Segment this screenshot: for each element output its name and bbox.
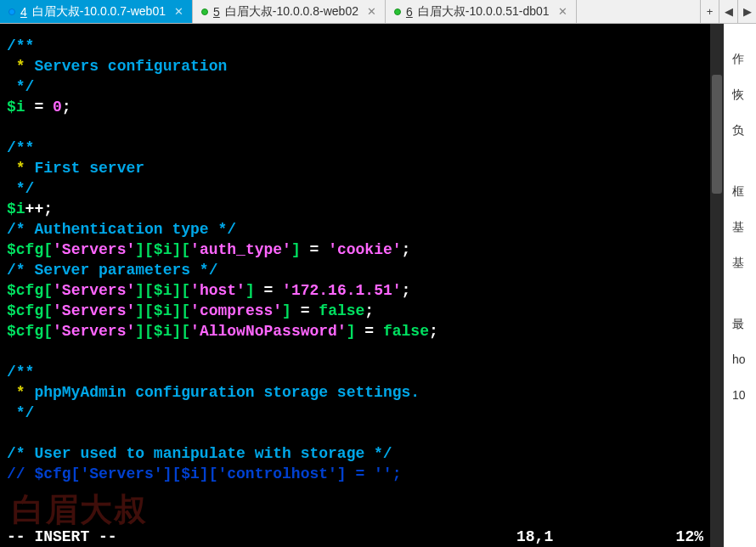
code-bracket: ][ <box>172 302 190 319</box>
code-op: ++ <box>25 200 44 217</box>
tab-num: 6 <box>406 5 413 19</box>
code-op: ; <box>402 241 411 258</box>
code-key: 'Servers' <box>53 323 135 340</box>
tab-web02[interactable]: 5 白眉大叔-10.0.0.8-web02 ✕ <box>193 0 386 23</box>
next-tab-button[interactable]: ▶ <box>737 0 756 23</box>
code-op: = <box>291 302 319 319</box>
prev-tab-button[interactable]: ◀ <box>719 0 737 23</box>
add-tab-button[interactable]: + <box>700 0 719 23</box>
side-item[interactable]: 框 <box>732 173 751 209</box>
code-key: 'host' <box>190 282 245 299</box>
code-key: 'Servers' <box>53 241 135 258</box>
code-op: ; <box>429 323 438 340</box>
main-area: /** * Servers configuration */ $i = 0; /… <box>0 24 756 547</box>
code-bool: false <box>319 302 364 319</box>
code-var: $cfg <box>7 302 43 319</box>
side-item[interactable]: 基 <box>732 245 751 280</box>
code-line: * <box>7 160 25 177</box>
code-key: 'AllowNoPassword' <box>190 323 347 340</box>
code-var: $cfg <box>7 241 43 258</box>
scroll-percent: 12% <box>652 528 703 545</box>
code-text: phpMyAdmin configuration storage setting… <box>25 384 420 401</box>
side-item[interactable]: 10 <box>732 377 751 413</box>
terminal[interactable]: /** * Servers configuration */ $i = 0; /… <box>0 24 710 547</box>
side-item[interactable]: ho <box>732 341 751 377</box>
tab-bar: 4 白眉大叔-10.0.0.7-web01 ✕ 5 白眉大叔-10.0.0.8-… <box>0 0 756 24</box>
side-item[interactable]: 恢 <box>732 76 751 112</box>
code-bracket: ][ <box>135 282 154 299</box>
close-icon[interactable]: ✕ <box>367 5 376 18</box>
side-item[interactable]: 最 <box>732 306 751 341</box>
close-icon[interactable]: ✕ <box>174 5 183 18</box>
code-var: $i <box>7 200 25 217</box>
code-line: * <box>7 384 25 401</box>
tab-db01[interactable]: 6 白眉大叔-10.0.0.51-db01 ✕ <box>386 0 577 23</box>
status-dot-icon <box>394 8 401 15</box>
cursor-position: 18,1 <box>516 528 652 545</box>
code-bracket: [ <box>43 323 53 340</box>
code-bracket: ][ <box>172 323 190 340</box>
tab-label: 白眉大叔-10.0.0.8-web02 <box>225 4 358 20</box>
code-bracket: ][ <box>135 241 154 258</box>
code-var: $cfg <box>7 323 43 340</box>
code-var: $i <box>7 99 25 116</box>
code-bracket: [ <box>43 302 53 319</box>
side-item[interactable]: 基 <box>732 209 751 245</box>
code-op: = <box>301 241 328 258</box>
code-line: /* User used to manipulate with storage … <box>7 445 392 462</box>
code-var: $cfg <box>7 282 43 299</box>
side-panel: 作 恢 负 框 基 基 最 ho 10 <box>724 24 756 547</box>
code-bracket: [ <box>43 282 53 299</box>
code-bracket: ][ <box>135 323 154 340</box>
code-val: '172.16.1.51' <box>282 282 401 299</box>
code-line: */ <box>7 180 34 197</box>
code-var: $i <box>154 282 172 299</box>
tab-label: 白眉大叔-10.0.0.7-web01 <box>32 4 166 20</box>
side-item[interactable]: 作 <box>732 41 751 76</box>
vim-mode: -- INSERT -- <box>7 528 117 545</box>
tab-web01[interactable]: 4 白眉大叔-10.0.0.7-web01 ✕ <box>0 0 193 23</box>
code-bracket: ][ <box>135 302 154 319</box>
code-bracket: [ <box>43 241 53 258</box>
code-num: 0 <box>53 99 62 116</box>
code-text: Servers configuration <box>25 58 228 75</box>
tab-label: 白眉大叔-10.0.0.51-db01 <box>418 4 550 20</box>
code-op: ; <box>43 200 53 217</box>
code-bracket: ] <box>245 282 255 299</box>
code-line: */ <box>7 78 34 95</box>
code-var: $i <box>154 302 172 319</box>
scrollbar-thumb-icon[interactable] <box>712 75 722 194</box>
code-key: 'compress' <box>190 302 282 319</box>
close-icon[interactable]: ✕ <box>558 5 567 18</box>
code-line: /* Server parameters */ <box>7 262 217 279</box>
tab-num: 4 <box>20 5 27 19</box>
code-line: /** <box>7 364 34 381</box>
code-bracket: ] <box>282 302 291 319</box>
status-dot-icon <box>201 8 208 15</box>
code-key: 'auth_type' <box>190 241 291 258</box>
side-item[interactable]: 负 <box>732 112 751 148</box>
status-dot-icon <box>8 8 15 15</box>
code-val: 'cookie' <box>328 241 401 258</box>
code-var: $i <box>154 323 172 340</box>
vim-status-bar: -- INSERT -- 18,1 12% <box>0 527 710 547</box>
code-line: // $cfg['Servers'][$i]['controlhost'] = … <box>7 465 401 482</box>
code-bool: false <box>383 323 429 340</box>
code-op: ; <box>402 282 411 299</box>
code-line: */ <box>7 404 34 421</box>
code-line: /** <box>7 139 34 156</box>
terminal-scrollbar[interactable] <box>710 24 724 547</box>
code-var: $i <box>154 241 172 258</box>
terminal-pane: /** * Servers configuration */ $i = 0; /… <box>0 24 724 547</box>
code-text: First server <box>25 160 144 177</box>
code-key: 'Servers' <box>53 282 135 299</box>
code-op: = <box>356 323 383 340</box>
code-op: = <box>25 99 53 116</box>
code-key: 'Servers' <box>53 302 135 319</box>
code-bracket: ][ <box>172 282 190 299</box>
code-line: /** <box>7 37 34 54</box>
code-op: = <box>255 282 282 299</box>
code-bracket: ] <box>347 323 356 340</box>
tab-num: 5 <box>213 5 220 19</box>
code-line: /* Authentication type */ <box>7 221 236 238</box>
